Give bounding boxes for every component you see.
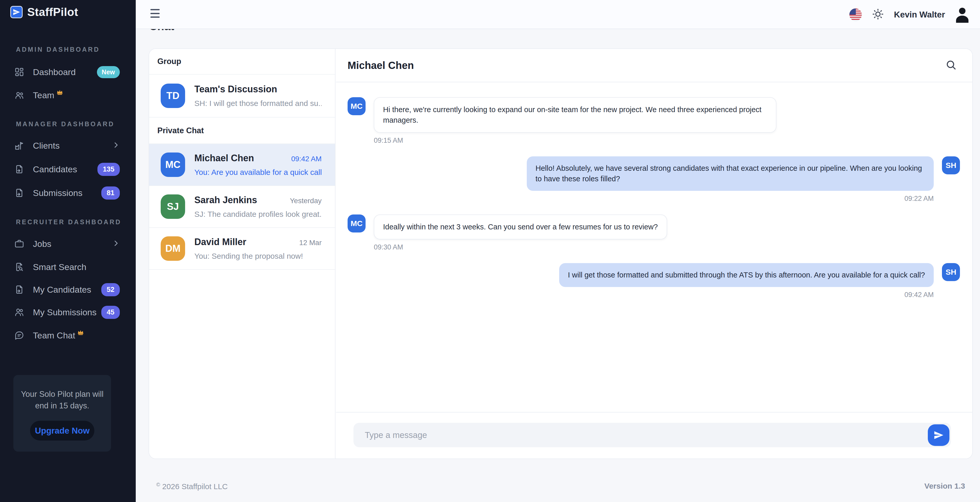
sidebar-item-label: My Submissions [33,307,97,317]
people-icon [14,307,24,317]
crown-icon [56,89,63,97]
sidebar-item-label: Submissions [33,188,83,198]
user-name: Kevin Walter [894,10,945,19]
sidebar-item-clients[interactable]: Clients [0,134,136,157]
composer [336,412,972,459]
avatar: SJ [161,194,185,219]
app-root: StaffPilot ADMIN DASHBOARD Dashboard New… [0,0,980,502]
sidebar-item-dashboard[interactable]: Dashboard New [0,61,136,84]
message-outgoing: SH Hello! Absolutely, we have several st… [348,156,960,202]
message-time: 09:22 AM [904,195,934,202]
sidebar-item-team[interactable]: Team [0,84,136,107]
footer-copyright: © 2026 Staffpilot LLC [156,482,228,491]
conversation-name: Team's Discussion [194,84,321,95]
sidebar-item-my-candidates[interactable]: My Candidates 52 [0,278,136,301]
sidebar-item-label: Smart Search [33,262,86,272]
send-button[interactable] [928,424,950,446]
avatar: MC [348,215,366,233]
file-export-icon [14,285,24,295]
conversation-name: Sarah Jenkins [194,195,286,206]
message-incoming: MC Ideally within the next 3 weeks. Can … [348,215,960,251]
page-title: Chat [149,29,174,32]
message-bubble: Hi there, we're currently looking to exp… [374,97,776,133]
sidebar-item-label: Dashboard [33,67,76,77]
sidebar-item-label: Team [33,90,54,100]
avatar: MC [348,97,366,115]
conversation-time: 12 Mar [299,239,321,247]
message-time: 09:15 AM [374,137,776,145]
list-item-david-miller[interactable]: DM David Miller 12 Mar You: Sending the … [149,228,335,270]
sidebar-item-candidates[interactable]: Candidates 135 [0,158,136,181]
message-time: 09:42 AM [904,291,934,299]
conversation-preview: You: Sending the proposal now! [194,252,321,261]
topbar: Kevin Walter [136,0,980,29]
send-icon [934,430,944,440]
chat-panel: Michael Chen MC Hi there, we're currentl… [336,49,972,459]
footer-version: Version 1.3 [924,482,965,491]
sidebar-item-label: Jobs [33,239,51,249]
list-item-teams-discussion[interactable]: TD Team's Discussion SH: I will get thos… [149,75,335,118]
staffpilot-logo-icon [10,6,22,18]
list-item-sarah-jenkins[interactable]: SJ Sarah Jenkins Yesterday SJ: The candi… [149,186,335,228]
count-badge: 81 [101,186,120,199]
brand[interactable]: StaffPilot [10,6,78,19]
sidebar-item-label: Candidates [33,164,77,174]
avatar: SH [942,263,960,281]
user-avatar-icon[interactable] [955,6,970,23]
sidebar: StaffPilot ADMIN DASHBOARD Dashboard New… [0,0,136,502]
chevron-right-icon [112,239,120,248]
conversation-preview: You: Are you available for a quick call? [194,168,321,177]
sidebar-item-label: Clients [33,141,60,151]
hamburger-menu-icon[interactable] [150,8,160,18]
chat-title: Michael Chen [348,60,945,71]
dashboard-grid-icon [14,67,24,77]
team-users-icon [14,90,24,100]
message-bubble: Hello! Absolutely, we have several stron… [527,156,934,191]
message-incoming: MC Hi there, we're currently looking to … [348,97,960,145]
chat-header: Michael Chen [336,49,972,82]
upgrade-now-button[interactable]: Upgrade Now [30,421,94,441]
theme-toggle-sun-icon[interactable] [872,8,884,21]
sidebar-item-team-chat[interactable]: Team Chat [0,324,136,347]
plan-expiry-message: Your Solo Pilot plan will end in 15 days… [19,388,105,411]
message-input[interactable] [365,430,928,440]
message-list[interactable]: MC Hi there, we're currently looking to … [336,82,972,412]
chat-bubble-icon [14,330,24,340]
conversation-time: 09:42 AM [291,155,321,163]
section-label-manager: MANAGER DASHBOARD [16,120,115,128]
section-label-admin: ADMIN DASHBOARD [16,46,100,53]
avatar: DM [161,236,185,261]
crown-icon [77,329,84,337]
sidebar-item-submissions[interactable]: Submissions 81 [0,181,136,204]
sidebar-item-smart-search[interactable]: Smart Search [0,255,136,279]
avatar: TD [161,84,185,108]
conversation-preview: SH: I will get those formatted and su... [194,99,321,108]
sidebar-item-label: Team Chat [33,330,75,341]
new-badge: New [97,66,120,78]
clients-chart-icon [14,141,24,150]
document-search-icon [14,262,24,272]
conversation-name: David Miller [194,237,295,247]
message-input-container [353,423,951,447]
plan-expiry-card: Your Solo Pilot plan will end in 15 days… [13,375,111,452]
message-time: 09:30 AM [374,243,667,251]
message-outgoing: SH I will get those formatted and submit… [348,263,960,299]
group-section-header: Group [149,49,335,75]
conversation-time: Yesterday [290,197,322,205]
avatar: SH [942,156,960,174]
sidebar-item-jobs[interactable]: Jobs [0,232,136,255]
sidebar-item-label: My Candidates [33,285,91,295]
list-item-michael-chen[interactable]: MC Michael Chen 09:42 AM You: Are you av… [149,144,335,186]
avatar: MC [161,153,185,177]
section-label-recruiter: RECRUITER DASHBOARD [16,218,121,226]
message-bubble: I will get those formatted and submitted… [559,263,934,287]
file-export-icon [14,188,24,198]
search-icon[interactable] [945,59,957,72]
briefcase-icon [14,239,24,249]
conversation-preview: SJ: The candidate profiles look great... [194,210,321,218]
sidebar-item-my-submissions[interactable]: My Submissions 45 [0,301,136,324]
chat-card: Group TD Team's Discussion SH: I will ge… [149,48,973,459]
language-flag-icon[interactable] [849,8,862,21]
conversation-name: Michael Chen [194,153,287,164]
brand-name: StaffPilot [27,6,78,19]
